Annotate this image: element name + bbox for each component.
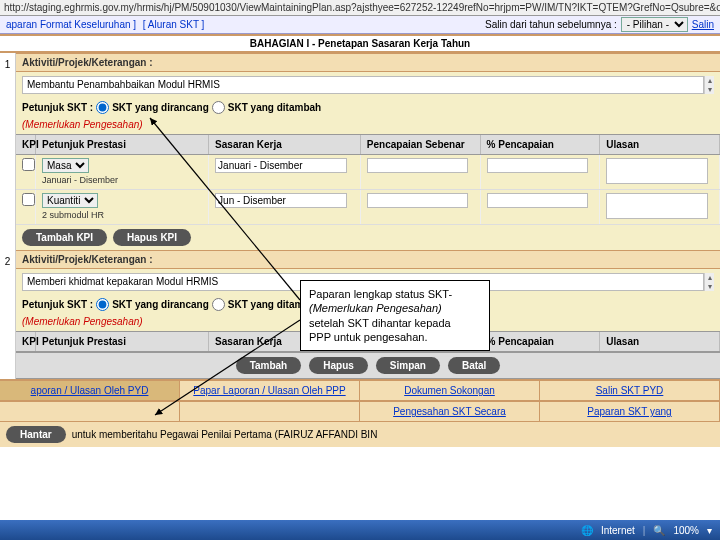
tab-salin-skt[interactable]: Salin SKT PYD — [540, 381, 720, 400]
batal-button[interactable]: Batal — [448, 357, 500, 374]
tab-dokumen[interactable]: Dokumen Sokongan — [360, 381, 540, 400]
hapus-kpi-button[interactable]: Hapus KPI — [113, 229, 191, 246]
tambah-button[interactable]: Tambah — [236, 357, 302, 374]
callout-line-4: PPP untuk pengesahan. — [309, 330, 481, 344]
page-header: aparan Format Keseluruhan ] [ Aluran SKT… — [0, 16, 720, 34]
kpi-row-1: Masa Januari - Disember — [16, 155, 720, 190]
hapus-button[interactable]: Hapus — [309, 357, 368, 374]
kpi2-header-kpi: KPI — [16, 332, 36, 351]
kpi-header-kpi: KPI — [16, 135, 36, 154]
activity-label-2: Aktiviti/Projek/Keterangan : — [22, 254, 153, 265]
kpi-ul-1[interactable] — [606, 158, 707, 184]
row-number-1: 1 — [0, 53, 16, 250]
globe-icon: 🌐 — [581, 525, 593, 536]
tab2-pengesahan[interactable]: Pengesahan SKT Secara — [360, 402, 540, 421]
section-title: BAHAGIAN I - Penetapan Sasaran Kerja Tah… — [0, 34, 720, 53]
radio-dirancang-1[interactable] — [96, 101, 109, 114]
textarea-scroll-1[interactable]: ▴▾ — [704, 76, 714, 94]
status-zoom: 100% — [673, 525, 699, 536]
link-aluran-skt[interactable]: [ Aluran SKT ] — [143, 19, 205, 30]
kpi-header-pc: % Pencapaian — [481, 135, 601, 154]
kpi-pp-select-1[interactable]: Masa — [42, 158, 89, 173]
tab-laporan-ppp[interactable]: Papar Laporan / Ulasan Oleh PPP — [180, 381, 360, 400]
radio-ditambah-1[interactable] — [212, 101, 225, 114]
kpi-ul-2[interactable] — [606, 193, 707, 219]
status-internet: Internet — [601, 525, 635, 536]
kpi-ps-1[interactable] — [367, 158, 468, 173]
browser-status-bar: 🌐 Internet | 🔍 100% ▾ — [0, 520, 720, 540]
kpi-check-2[interactable] — [22, 193, 35, 206]
radio-ditambah-label-1: SKT yang ditambah — [228, 102, 321, 113]
tab2-a[interactable] — [0, 402, 180, 421]
status-note-1: (Memerlukan Pengesahan) — [16, 117, 720, 134]
activity-text-1[interactable]: Membantu Penambahbaikan Modul HRMIS — [22, 76, 704, 94]
row-number-2: 2 — [0, 250, 16, 379]
simpan-button[interactable]: Simpan — [376, 357, 440, 374]
tab-laporan-pyd[interactable]: aporan / Ulasan Oleh PYD — [0, 381, 180, 400]
bottom-tabs-2: Pengesahan SKT Secara Paparan SKT yang — [0, 400, 720, 421]
kpi-header-sk: Sasaran Kerja — [209, 135, 361, 154]
callout-line-1: Paparan lengkap status SKT- — [309, 287, 481, 301]
kpi-header-pp: Petunjuk Prestasi — [36, 135, 209, 154]
radio-dirancang-label-2: SKT yang dirancang — [112, 299, 209, 310]
copy-action[interactable]: Salin — [692, 19, 714, 30]
zoom-icon: 🔍 — [653, 525, 665, 536]
kpi2-header-ul: Ulasan — [600, 332, 720, 351]
callout-line-2: (Memerlukan Pengesahan) — [309, 301, 481, 315]
kpi2-header-pp: Petunjuk Prestasi — [36, 332, 209, 351]
kpi-sk-1[interactable] — [215, 158, 347, 173]
petunjuk-label: Petunjuk SKT : — [22, 102, 93, 113]
petunjuk-label-2: Petunjuk SKT : — [22, 299, 93, 310]
hantar-note: untuk memberitahu Pegawai Penilai Pertam… — [72, 429, 378, 440]
kpi-pp-sub-1: Januari - Disember — [42, 175, 202, 185]
copy-year-select[interactable]: - Pilihan - — [621, 17, 688, 32]
kpi-pc-1[interactable] — [487, 158, 588, 173]
copy-year-label: Salin dari tahun sebelumnya : — [485, 19, 617, 30]
kpi-header-ps: Pencapaian Sebenar — [361, 135, 481, 154]
kpi-pp-sub-2: 2 submodul HR — [42, 210, 202, 220]
kpi-check-1[interactable] — [22, 158, 35, 171]
radio-dirancang-label-1: SKT yang dirancang — [112, 102, 209, 113]
address-bar[interactable]: http://staging.eghrmis.gov.my/hrmis/hj/P… — [0, 0, 720, 16]
kpi-sk-2[interactable] — [215, 193, 347, 208]
kpi2-header-pc: % Pencapaian — [481, 332, 601, 351]
link-format-keseluruhan[interactable]: aparan Format Keseluruhan ] — [6, 19, 136, 30]
tambah-kpi-button[interactable]: Tambah KPI — [22, 229, 107, 246]
radio-dirancang-2[interactable] — [96, 298, 109, 311]
callout-line-3: setelah SKT dihantar kepada — [309, 316, 481, 330]
tab2-paparan[interactable]: Paparan SKT yang — [540, 402, 720, 421]
bottom-tabs: aporan / Ulasan Oleh PYD Papar Laporan /… — [0, 379, 720, 400]
zoom-dropdown-icon[interactable]: ▾ — [707, 525, 712, 536]
kpi-pp-select-2[interactable]: Kuantiti — [42, 193, 98, 208]
kpi-row-2: Kuantiti 2 submodul HR — [16, 190, 720, 225]
radio-ditambah-2[interactable] — [212, 298, 225, 311]
kpi-header-ul: Ulasan — [600, 135, 720, 154]
kpi-ps-2[interactable] — [367, 193, 468, 208]
hantar-button[interactable]: Hantar — [6, 426, 66, 443]
textarea-scroll-2[interactable]: ▴▾ — [704, 273, 714, 291]
kpi-pc-2[interactable] — [487, 193, 588, 208]
annotation-callout: Paparan lengkap status SKT- (Memerlukan … — [300, 280, 490, 351]
activity-label: Aktiviti/Projek/Keterangan : — [22, 57, 153, 68]
tab2-b[interactable] — [180, 402, 360, 421]
